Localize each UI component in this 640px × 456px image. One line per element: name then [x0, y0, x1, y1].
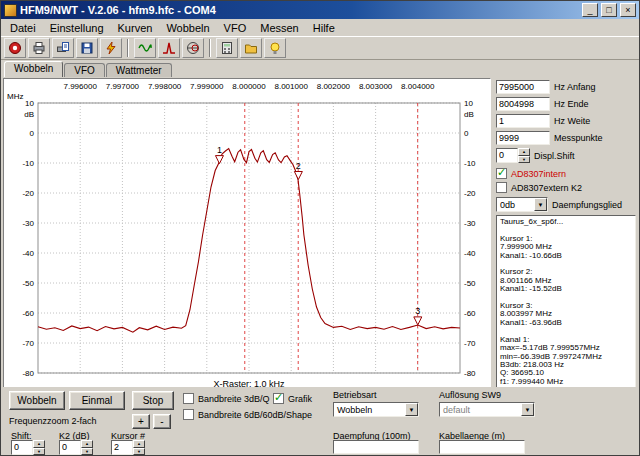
spectrum-icon[interactable]	[158, 38, 180, 58]
k2-spinner[interactable]: 0 ▲▼	[59, 440, 93, 455]
svg-text:-60: -60	[22, 309, 34, 318]
svg-text:-10: -10	[464, 159, 476, 168]
chevron-down-icon[interactable]: ▼	[534, 198, 547, 211]
daempfungsglied-label: Daempfungsglied	[552, 200, 622, 210]
svg-text:7.996000: 7.996000	[64, 82, 98, 91]
svg-text:-50: -50	[464, 279, 476, 288]
zoom-out-button[interactable]: -	[153, 414, 171, 429]
grafik-label: Grafik	[288, 394, 312, 404]
sweep-chart[interactable]: 7.9960007.9970007.9980007.9990008.000000…	[3, 78, 491, 392]
daempfungsglied-select[interactable]: 0db ▼	[496, 197, 548, 212]
calculator-icon[interactable]	[216, 38, 238, 58]
svg-text:3: 3	[415, 306, 420, 316]
measurement-results-listbox[interactable]: Taurus_6x_sp6f... Kursor 1: 7.999900 MHz…	[496, 215, 636, 405]
close-button[interactable]: ×	[620, 3, 636, 17]
shift-spinner[interactable]: 0 ▲▼	[11, 440, 45, 455]
svg-text:1: 1	[217, 145, 222, 155]
svg-text:10: 10	[25, 99, 34, 108]
messpunkte-input[interactable]	[496, 131, 550, 145]
displ-shift-label: Displ.Shift	[534, 151, 575, 161]
app-icon	[4, 4, 17, 17]
zoom-in-button[interactable]: +	[132, 414, 150, 429]
svg-text:-30: -30	[22, 219, 34, 228]
bandbreite-3db-label: Bandbreite 3dB/Q	[198, 394, 270, 404]
wobbeln-button[interactable]: Wobbeln	[9, 391, 65, 410]
menu-einstellung[interactable]: Einstellung	[43, 20, 111, 36]
stop-button[interactable]: Stop	[132, 391, 174, 410]
menu-hilfe[interactable]: Hilfe	[306, 20, 342, 36]
zap-icon[interactable]	[100, 38, 122, 58]
minimize-button[interactable]: _	[582, 3, 598, 17]
menu-wobbeln[interactable]: Wobbeln	[159, 20, 216, 36]
menu-datei[interactable]: Datei	[3, 20, 43, 36]
svg-text:7.999000: 7.999000	[190, 82, 224, 91]
einmal-button[interactable]: Einmal	[69, 391, 125, 410]
bandbreite-6db-label: Bandbreite 6dB/60dB/Shape	[198, 410, 312, 420]
svg-text:-40: -40	[464, 249, 476, 258]
menu-vfo[interactable]: VFO	[217, 20, 254, 36]
svg-text:-20: -20	[464, 189, 476, 198]
app-window: HFM9/NWT - V.2.06 - hfm9.hfc - COM4 _ □ …	[0, 0, 640, 456]
tab-strip: Wobbeln VFO Wattmeter	[1, 60, 639, 77]
menu-messen[interactable]: Messen	[253, 20, 306, 36]
save-icon[interactable]	[76, 38, 98, 58]
hz-anfang-input[interactable]	[496, 80, 550, 94]
displ-shift-spinner[interactable]: 0 ▲▼	[496, 148, 530, 163]
menu-kurven[interactable]: Kurven	[111, 20, 160, 36]
svg-text:7.998000: 7.998000	[148, 82, 182, 91]
svg-text:-20: -20	[22, 189, 34, 198]
toolbar-separator	[209, 39, 211, 57]
svg-text:10: 10	[464, 99, 473, 108]
kabellaenge-input[interactable]	[439, 440, 525, 454]
hz-ende-input[interactable]	[496, 97, 550, 111]
betriebsart-label: Betriebsart	[333, 390, 377, 400]
tab-wobbeln[interactable]: Wobbeln	[4, 61, 63, 77]
bandbreite-6db-checkbox[interactable]	[183, 409, 194, 420]
svg-text:-80: -80	[22, 369, 34, 378]
daempfung-input[interactable]	[333, 440, 419, 454]
svg-text:-80: -80	[464, 369, 476, 378]
svg-text:-30: -30	[464, 219, 476, 228]
maximize-button[interactable]: □	[601, 3, 617, 17]
svg-text:7.997000: 7.997000	[106, 82, 140, 91]
chevron-down-icon[interactable]: ▼	[405, 403, 418, 416]
spinner-arrows-icon[interactable]: ▲▼	[33, 440, 45, 455]
lamp-icon[interactable]	[264, 38, 286, 58]
hz-anfang-label: Hz Anfang	[554, 82, 596, 92]
displ-shift-value: 0	[496, 148, 518, 163]
spinner-arrows-icon[interactable]: ▲▼	[518, 148, 530, 163]
frequenzzoom-label: Frequenzzoom 2-fach	[9, 416, 97, 426]
svg-text:8.004000: 8.004000	[401, 82, 435, 91]
grafik-checkbox[interactable]	[273, 393, 284, 404]
print-icon[interactable]	[28, 38, 50, 58]
svg-text:0: 0	[464, 129, 469, 138]
chevron-down-icon[interactable]: ▼	[521, 403, 534, 416]
daempfungsglied-value: 0db	[497, 200, 534, 210]
spinner-arrows-icon[interactable]: ▲▼	[81, 440, 93, 455]
ad8307intern-checkbox[interactable]	[496, 168, 507, 179]
aufloesung-value: default	[440, 405, 521, 415]
tab-wattmeter[interactable]: Wattmeter	[106, 63, 172, 77]
aufloesung-select[interactable]: default ▼	[439, 402, 535, 417]
record-icon[interactable]	[4, 38, 26, 58]
ad8307extern-checkbox[interactable]	[496, 182, 507, 193]
spinner-arrows-icon[interactable]: ▲▼	[133, 440, 145, 455]
smith-chart-icon[interactable]	[182, 38, 204, 58]
svg-text:-70: -70	[22, 339, 34, 348]
svg-text:-40: -40	[22, 249, 34, 258]
kursor-spinner[interactable]: 2 ▲▼	[111, 440, 145, 455]
title-bar[interactable]: HFM9/NWT - V.2.06 - hfm9.hfc - COM4 _ □ …	[1, 1, 639, 19]
sine-wave-icon[interactable]	[134, 38, 156, 58]
hz-weite-input[interactable]	[496, 114, 550, 128]
svg-text:-60: -60	[464, 309, 476, 318]
print-page-icon[interactable]	[52, 38, 74, 58]
tab-vfo[interactable]: VFO	[64, 63, 105, 77]
svg-text:8.000000: 8.000000	[232, 82, 266, 91]
betriebsart-select[interactable]: Wobbeln ▼	[333, 402, 419, 417]
hz-weite-label: Hz Weite	[554, 116, 590, 126]
folder-icon[interactable]	[240, 38, 262, 58]
svg-text:dB: dB	[24, 110, 34, 119]
betriebsart-value: Wobbeln	[334, 405, 405, 415]
svg-text:MHz: MHz	[7, 92, 23, 101]
bandbreite-3db-checkbox[interactable]	[183, 393, 194, 404]
